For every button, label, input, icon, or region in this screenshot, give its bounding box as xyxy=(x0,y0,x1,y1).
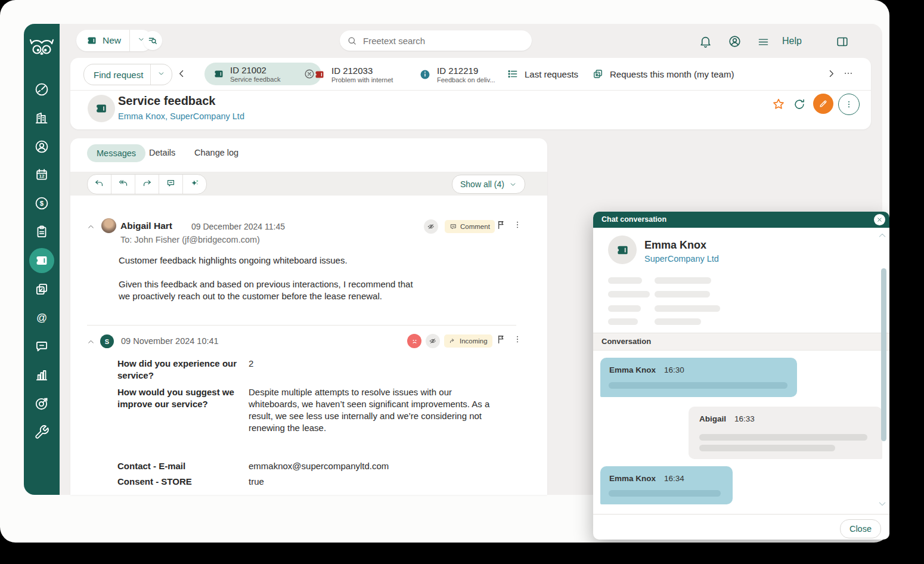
visibility-toggle[interactable] xyxy=(426,334,440,348)
sidebar-item-calendar[interactable]: 12 xyxy=(34,167,49,182)
show-all-dropdown[interactable]: Show all (4) xyxy=(452,175,525,194)
collapse-message-button[interactable] xyxy=(87,337,95,348)
bar-chart-icon xyxy=(34,367,49,383)
tab-requests-this-month[interactable]: Requests this month (my team) xyxy=(592,68,734,80)
tab-subtitle: Service feedback xyxy=(230,76,298,83)
favorite-button[interactable] xyxy=(771,97,786,114)
chat-close-button[interactable] xyxy=(874,214,885,225)
tab-details[interactable]: Details xyxy=(149,148,175,157)
collapse-message-button[interactable] xyxy=(87,222,95,233)
conversation-section-header: Conversation xyxy=(593,333,889,351)
scrollbar-thumb[interactable] xyxy=(881,268,886,441)
show-all-label: Show all (4) xyxy=(460,179,504,189)
tab-id: ID 212033 xyxy=(331,66,393,76)
skeleton-line xyxy=(608,277,642,284)
copy-docs-icon xyxy=(592,68,604,80)
panel-toggle-button[interactable] xyxy=(836,35,849,51)
sidebar-item-documents[interactable] xyxy=(34,281,49,297)
sidebar: 12 $ @ xyxy=(24,24,60,495)
tab-request-212219[interactable]: ID 212219 Feedback on deliv... xyxy=(419,66,495,83)
sidebar-item-chat[interactable] xyxy=(34,339,49,354)
scroll-down-button[interactable] xyxy=(878,499,887,511)
notifications-button[interactable] xyxy=(699,35,712,51)
tab-request-212033[interactable]: ID 212033 Problem with internet xyxy=(314,66,393,83)
chat-dialog-header[interactable]: Chat conversation xyxy=(593,212,889,228)
sidebar-item-deals[interactable]: $ xyxy=(34,196,49,211)
message-more-button[interactable] xyxy=(513,334,522,346)
chat-contact-avatar xyxy=(608,235,637,264)
ticket-icon xyxy=(615,243,630,258)
filter-search-button[interactable] xyxy=(143,31,162,50)
flag-button[interactable] xyxy=(496,219,507,233)
copy-docs-icon xyxy=(34,281,49,297)
chat-close-footer-button[interactable]: Close xyxy=(840,519,881,538)
contact-link[interactable]: Emma Knox, SuperCompany Ltd xyxy=(118,111,244,121)
dollar-icon: $ xyxy=(34,196,49,211)
screen-canvas: 12 $ @ New xyxy=(0,0,889,543)
pencil-icon xyxy=(818,98,829,109)
sidebar-item-tickets[interactable] xyxy=(34,253,49,268)
skeleton-line xyxy=(608,291,650,298)
new-button-main[interactable]: New xyxy=(76,35,129,47)
menu-button[interactable] xyxy=(757,36,770,51)
list-icon xyxy=(507,68,519,80)
sidebar-item-dashboard[interactable] xyxy=(34,82,49,97)
search-icon xyxy=(347,36,357,46)
chat-contact-company[interactable]: SuperCompany Ltd xyxy=(644,254,719,264)
comment-button[interactable] xyxy=(159,178,182,191)
avatar xyxy=(101,218,116,233)
search-input[interactable] xyxy=(362,35,507,47)
tab-change-log[interactable]: Change log xyxy=(194,148,238,157)
tabs-more-button[interactable] xyxy=(843,68,854,81)
help-link[interactable]: Help xyxy=(782,36,802,47)
profile-button[interactable] xyxy=(728,35,742,51)
ai-assist-button[interactable] xyxy=(183,178,206,191)
refresh-button[interactable] xyxy=(793,98,806,113)
new-request-button[interactable]: New xyxy=(76,30,153,51)
close-button-label: Close xyxy=(849,524,872,534)
visibility-toggle[interactable] xyxy=(424,219,438,234)
request-more-button[interactable] xyxy=(838,94,860,115)
chevron-up-icon xyxy=(87,223,95,231)
qa-answer: emmaknox@supercompanyltd.com xyxy=(249,460,505,472)
ticket-icon xyxy=(86,35,98,47)
dashboard-icon xyxy=(34,82,49,97)
close-icon xyxy=(876,216,883,223)
chat-bubble-left: Emma Knox16:30 xyxy=(600,358,797,397)
chat-bubble-icon xyxy=(34,339,49,354)
tab-last-requests[interactable]: Last requests xyxy=(507,68,578,80)
sidebar-item-contacts[interactable] xyxy=(34,139,49,154)
tab-messages[interactable]: Messages xyxy=(87,144,145,162)
flag-button[interactable] xyxy=(496,334,507,347)
badge-label: Comment xyxy=(460,223,490,230)
tabs-scroll-right[interactable] xyxy=(826,69,836,81)
request-card: Find request ID 21002 Service feedback I… xyxy=(70,58,871,129)
ticket-icon xyxy=(94,101,108,116)
avatar-system: S xyxy=(100,334,114,348)
find-request-button[interactable]: Find request xyxy=(83,64,172,85)
message-more-button[interactable] xyxy=(513,220,522,232)
reply-button[interactable] xyxy=(88,178,111,191)
sidebar-item-settings[interactable] xyxy=(34,424,49,440)
new-button-label: New xyxy=(103,35,121,46)
sidebar-item-goals[interactable] xyxy=(34,396,49,411)
find-request-dropdown[interactable] xyxy=(151,69,172,80)
edit-button[interactable] xyxy=(813,94,833,114)
tab-subtitle: Feedback on deliv... xyxy=(437,76,495,83)
scroll-up-button[interactable] xyxy=(878,231,887,243)
reply-all-button[interactable] xyxy=(111,178,135,191)
badge-label: Incoming xyxy=(460,337,488,345)
sidebar-item-email[interactable]: @ xyxy=(34,310,49,326)
target-icon xyxy=(34,396,49,411)
qa-question: How would you suggest we improve our ser… xyxy=(117,386,244,410)
sidebar-item-companies[interactable] xyxy=(34,110,49,126)
tab-request-21002[interactable]: ID 21002 Service feedback xyxy=(204,63,321,85)
action-group xyxy=(87,174,207,194)
tabs-scroll-left[interactable] xyxy=(176,69,187,81)
sidebar-item-reports[interactable] xyxy=(34,367,49,383)
forward-button[interactable] xyxy=(135,178,159,191)
chevron-down-icon xyxy=(509,181,517,188)
qa-question: Contact - E-mail xyxy=(117,460,244,472)
filter-search-icon xyxy=(147,35,158,46)
sidebar-item-tasks[interactable] xyxy=(34,224,49,240)
